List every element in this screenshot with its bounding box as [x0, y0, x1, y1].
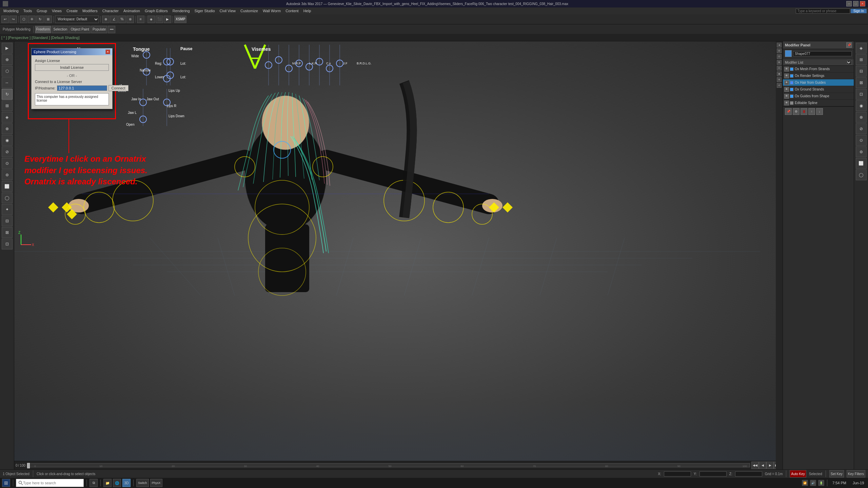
mod-eye-ox-guides[interactable]: 👁 — [784, 94, 789, 99]
z-coord-input[interactable] — [735, 471, 762, 476]
sidebar-btn-4[interactable]: ↔ — [2, 77, 13, 88]
right-sidebar-btn-4[interactable]: ⊠ — [856, 77, 867, 88]
angle-snap[interactable]: ∠ — [110, 16, 118, 23]
rp-icon-7[interactable]: ⊗ — [777, 77, 782, 82]
sidebar-btn-1[interactable]: ▶ — [2, 43, 13, 54]
signin-button[interactable]: Sign In — [851, 9, 867, 13]
tray-battery-icon[interactable]: 🔋 — [818, 480, 824, 486]
sidebar-btn-11[interactable]: ⊙ — [2, 158, 13, 169]
3dsmax-btn[interactable]: 3D — [122, 479, 131, 487]
select-button[interactable]: ⬡ — [20, 16, 27, 23]
menu-wallworm[interactable]: Wall Worm — [261, 9, 283, 13]
rp-icon-1[interactable]: ◈ — [777, 43, 782, 47]
spinner-snap[interactable]: ⊛ — [126, 16, 134, 23]
extra-tab[interactable]: ••• — [108, 26, 115, 33]
right-sidebar-btn-11[interactable]: ⬜ — [856, 158, 867, 169]
timeline-prev[interactable]: ◀ — [759, 462, 766, 469]
key-filters-button[interactable]: Key Filters — [847, 470, 865, 477]
render-setup[interactable]: ⬛ — [156, 16, 163, 23]
modifier-ox-render[interactable]: 👁 Ox Render Settings — [783, 73, 854, 79]
mod-delete-btn[interactable]: 🗑 — [801, 108, 807, 115]
menu-tools[interactable]: Tools — [21, 9, 34, 13]
task-view-button[interactable]: ⧉ — [90, 479, 98, 487]
sidebar-btn-14[interactable]: ◯ — [2, 192, 13, 203]
mod-pin-btn[interactable]: 📌 — [785, 108, 792, 115]
menu-views[interactable]: Views — [50, 9, 64, 13]
shape-name-input[interactable] — [793, 51, 852, 56]
rp-icon-3[interactable]: ⊟ — [777, 54, 782, 59]
right-sidebar-btn-5[interactable]: ⊡ — [856, 89, 867, 100]
panel-pin-button[interactable]: 📌 — [846, 42, 852, 48]
modifier-ox-mesh[interactable]: 👁 Ox Mesh From Strands — [783, 66, 854, 73]
rp-icon-6[interactable]: ◉ — [777, 72, 782, 76]
chrome-btn[interactable]: 🌐 — [113, 479, 121, 487]
rp-icon-4[interactable]: ⊠ — [777, 60, 782, 65]
main-viewport[interactable]: X Z Nose Tongue Pause Visemes Mouth In C… — [14, 41, 783, 469]
right-sidebar-btn-8[interactable]: ⊘ — [856, 123, 867, 134]
right-sidebar-btn-6[interactable]: ◉ — [856, 100, 867, 111]
timeline-play[interactable]: ▶ — [766, 462, 774, 469]
close-button[interactable]: ✕ — [860, 1, 865, 6]
quick-render[interactable]: ▶ — [164, 16, 171, 23]
menu-graph-editors[interactable]: Graph Editors — [143, 9, 170, 13]
taskbar-search-input[interactable] — [23, 481, 77, 485]
window-controls[interactable]: ─ □ ✕ — [846, 1, 865, 6]
ephere-product-licensing-dialog[interactable]: Ephere Product Licensing ✕ Assign Licens… — [31, 48, 113, 109]
connect-button[interactable]: Connect — [108, 85, 129, 91]
start-button[interactable]: ⊞ — [2, 479, 10, 487]
menu-search-input[interactable] — [796, 8, 850, 14]
modifier-ox-hair-guides[interactable]: 👁 Ox Hair from Guides — [783, 79, 854, 86]
sidebar-btn-2[interactable]: ⊕ — [2, 54, 13, 65]
freeform-tab[interactable]: Freeform — [35, 26, 52, 33]
right-sidebar-btn-9[interactable]: ⊙ — [856, 135, 867, 146]
menu-civil[interactable]: Civil View — [218, 9, 238, 13]
populate-tab[interactable]: Populate — [91, 26, 107, 33]
menu-content[interactable]: Content — [283, 9, 301, 13]
menu-modifiers[interactable]: Modifiers — [80, 9, 100, 13]
move-button[interactable]: ✛ — [28, 16, 36, 23]
menu-animation[interactable]: Animation — [121, 9, 142, 13]
tray-volume-icon[interactable]: 🔊 — [810, 480, 816, 486]
menu-help[interactable]: Help — [301, 9, 313, 13]
sidebar-btn-3[interactable]: ⬡ — [2, 66, 13, 77]
rotate-button[interactable]: ↻ — [36, 16, 44, 23]
sidebar-btn-16[interactable]: ⊟ — [2, 216, 13, 226]
taskbar-search-box[interactable] — [16, 479, 84, 487]
redo-button[interactable]: ↪ — [9, 16, 17, 23]
align-button[interactable]: ≡ — [137, 16, 144, 23]
menu-siger[interactable]: Siger Studio — [193, 9, 217, 13]
timeline-bar[interactable]: 0 10 20 30 40 50 60 70 80 90 100 — [27, 463, 750, 467]
scale-button[interactable]: ⊞ — [44, 16, 52, 23]
mod-eye-spline[interactable]: 👁 — [784, 101, 789, 105]
menu-group[interactable]: Group — [35, 9, 49, 13]
material-editor[interactable]: ◈ — [147, 16, 155, 23]
sidebar-btn-9[interactable]: ◉ — [2, 135, 13, 146]
install-license-button[interactable]: Install License — [35, 64, 109, 71]
percent-snap[interactable]: % — [118, 16, 126, 23]
timeline-playhead[interactable] — [27, 463, 30, 468]
mod-eye-ox-render[interactable]: 👁 — [784, 74, 789, 78]
workspace-dropdown[interactable]: Workspace: Default — [55, 16, 99, 23]
dialog-close-button[interactable]: ✕ — [105, 49, 110, 54]
modifier-list-dropdown[interactable]: ▼ — [847, 60, 852, 65]
mod-move-down-btn[interactable]: ↓ — [816, 108, 823, 115]
menu-create[interactable]: Create — [64, 9, 80, 13]
right-sidebar-btn-12[interactable]: ◯ — [856, 169, 867, 180]
sidebar-btn-6[interactable]: ⊞ — [2, 100, 13, 111]
timeline-prev-frame[interactable]: ◀◀ — [751, 462, 759, 469]
modifier-editable-spline[interactable]: 👁 Editable Spline — [783, 100, 854, 106]
minimize-button[interactable]: ─ — [846, 1, 852, 6]
mod-eye-ox-mesh[interactable]: 👁 — [784, 67, 789, 72]
mod-eye-ox-hair[interactable]: 👁 — [784, 80, 789, 85]
tray-network-icon[interactable]: 📶 — [802, 480, 808, 486]
shape-color-swatch[interactable] — [785, 50, 792, 57]
sidebar-btn-8[interactable]: ⊗ — [2, 123, 13, 134]
modifier-ox-ground[interactable]: 👁 Ox Ground Strands — [783, 86, 854, 93]
menu-customize[interactable]: Customize — [238, 9, 260, 13]
sidebar-btn-5[interactable]: ↻ — [2, 89, 13, 100]
sidebar-btn-13[interactable]: ⬜ — [2, 181, 13, 192]
right-sidebar-btn-1[interactable]: ◈ — [856, 43, 867, 54]
switch-label[interactable]: Switch — [136, 479, 149, 487]
mod-move-up-btn[interactable]: ↑ — [808, 108, 815, 115]
physx-label[interactable]: PhysX — [150, 479, 162, 487]
